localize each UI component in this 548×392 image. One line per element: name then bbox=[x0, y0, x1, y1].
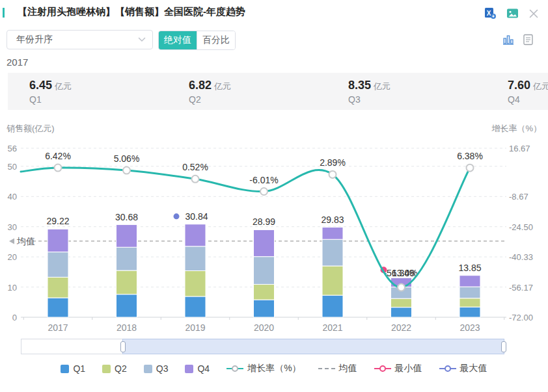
legend-swatch bbox=[144, 365, 152, 373]
x-axis-category-label: 2019 bbox=[185, 322, 205, 333]
slider-unselected-range[interactable] bbox=[21, 339, 122, 354]
growth-label: 6.38% bbox=[457, 151, 483, 161]
percentage-button[interactable]: 百分比 bbox=[197, 31, 235, 49]
legend-item-最大值[interactable]: 最大值 bbox=[439, 363, 487, 374]
bar-total-label: 30.84 bbox=[185, 211, 208, 222]
legend-item-最小值[interactable]: 最小值 bbox=[374, 363, 422, 374]
bar-segment-Q2[interactable] bbox=[254, 284, 275, 300]
growth-point-2022[interactable] bbox=[398, 284, 405, 291]
legend-label: Q3 bbox=[156, 363, 169, 374]
bar-2023[interactable] bbox=[459, 276, 480, 317]
bar-segment-Q3[interactable] bbox=[48, 252, 68, 278]
bar-2021[interactable] bbox=[322, 228, 343, 317]
bar-segment-Q3[interactable] bbox=[254, 257, 275, 285]
legend-item-增长率（%）[interactable]: 增长率（%） bbox=[226, 363, 301, 374]
legend-swatch bbox=[102, 365, 111, 373]
absolute-value-button[interactable]: 绝对值 bbox=[159, 31, 197, 49]
growth-label: 2.89% bbox=[320, 157, 346, 168]
image-export-icon[interactable] bbox=[506, 7, 519, 20]
legend-item-Q1[interactable]: Q1 bbox=[61, 363, 85, 374]
bar-segment-Q2[interactable] bbox=[322, 266, 343, 295]
legend-swatch bbox=[185, 365, 193, 373]
growth-point-2019[interactable] bbox=[192, 176, 199, 183]
legend-label: Q1 bbox=[73, 363, 85, 374]
bar-2018[interactable] bbox=[116, 225, 137, 317]
left-axis-tick: 10 bbox=[8, 283, 17, 293]
left-axis-tick: 56 bbox=[8, 144, 17, 153]
bar-segment-Q2[interactable] bbox=[459, 298, 480, 307]
bar-segment-Q1[interactable] bbox=[459, 307, 480, 317]
bar-segment-Q4[interactable] bbox=[116, 225, 137, 248]
sort-dropdown-value: 年份升序 bbox=[16, 34, 53, 46]
growth-point-2023[interactable] bbox=[467, 164, 474, 172]
report-view-icon[interactable] bbox=[523, 34, 534, 46]
right-axis-tick: -56.17 bbox=[509, 283, 533, 293]
left-axis-tick: 20 bbox=[8, 252, 17, 262]
legend-swatch bbox=[439, 365, 456, 372]
left-axis-tick: 0 bbox=[12, 313, 17, 322]
bar-segment-Q1[interactable] bbox=[254, 300, 275, 317]
mean-label: 均值 bbox=[16, 236, 35, 246]
x-axis-category-label: 2021 bbox=[322, 322, 342, 333]
bar-total-label: 13.08 bbox=[392, 268, 415, 278]
bar-total-label: 29.22 bbox=[46, 216, 69, 226]
quarter-summary-q4: 7.60亿元 Q4 bbox=[508, 79, 548, 105]
right-axis-tick: -24.50 bbox=[509, 222, 533, 232]
growth-point-2018[interactable] bbox=[123, 167, 130, 174]
bar-total-label: 13.85 bbox=[458, 263, 481, 273]
bar-segment-Q2[interactable] bbox=[48, 277, 68, 298]
bar-segment-Q1[interactable] bbox=[116, 294, 137, 317]
trend-chart[interactable]: 565040302010016.67-8.67-24.50-40.33-56.1… bbox=[0, 120, 548, 338]
bar-segment-Q2[interactable] bbox=[185, 270, 206, 296]
legend-item-Q3[interactable]: Q3 bbox=[144, 363, 169, 374]
growth-point-2021[interactable] bbox=[329, 171, 336, 178]
bar-segment-Q1[interactable] bbox=[391, 307, 412, 317]
bar-segment-Q4[interactable] bbox=[185, 224, 206, 246]
x-axis-category-label: 2017 bbox=[48, 322, 68, 333]
bar-2019[interactable] bbox=[185, 224, 206, 317]
bar-2020[interactable] bbox=[254, 229, 275, 317]
value-mode-toggle: 绝对值 百分比 bbox=[158, 31, 236, 50]
bar-chart-view-icon[interactable] bbox=[502, 34, 514, 46]
bar-segment-Q4[interactable] bbox=[254, 229, 275, 256]
x-axis-category-label: 2022 bbox=[391, 322, 411, 333]
bar-total-label: 29.83 bbox=[321, 215, 344, 225]
bar-segment-Q1[interactable] bbox=[322, 295, 343, 317]
growth-label: 0.52% bbox=[182, 162, 208, 172]
bar-segment-Q2[interactable] bbox=[116, 270, 137, 294]
left-axis-tick: 40 bbox=[8, 192, 17, 202]
slider-handle-left[interactable] bbox=[120, 341, 126, 352]
bar-2017[interactable] bbox=[48, 229, 68, 317]
bar-segment-Q3[interactable] bbox=[459, 287, 480, 298]
bar-segment-Q3[interactable] bbox=[185, 246, 206, 271]
excel-export-icon[interactable]: X bbox=[484, 7, 497, 20]
quarter-summary-q3: 8.35亿元 Q3 bbox=[348, 79, 390, 105]
growth-point-2020[interactable] bbox=[260, 188, 267, 195]
title-accent-bar bbox=[3, 8, 5, 18]
growth-label: 5.06% bbox=[114, 153, 140, 164]
legend-item-Q4[interactable]: Q4 bbox=[185, 363, 210, 374]
bar-segment-Q3[interactable] bbox=[116, 247, 137, 270]
bar-segment-Q1[interactable] bbox=[185, 296, 206, 317]
left-axis-tick: 30 bbox=[8, 222, 17, 232]
max-value-dot bbox=[174, 213, 180, 219]
slider-selected-range[interactable] bbox=[122, 339, 504, 354]
bar-segment-Q2[interactable] bbox=[391, 298, 412, 307]
bar-segment-Q3[interactable] bbox=[322, 239, 343, 266]
legend-swatch bbox=[226, 365, 243, 372]
close-icon[interactable] bbox=[528, 8, 539, 19]
sort-dropdown[interactable]: 年份升序 bbox=[7, 30, 153, 49]
bar-segment-Q1[interactable] bbox=[48, 298, 68, 317]
growth-label: -6.01% bbox=[249, 175, 278, 185]
bar-segment-Q4[interactable] bbox=[322, 228, 343, 240]
growth-point-2017[interactable] bbox=[55, 164, 62, 172]
legend-item-均值[interactable]: 均值 bbox=[318, 363, 357, 374]
summary-year: 2017 bbox=[7, 57, 28, 68]
legend-item-Q2[interactable]: Q2 bbox=[102, 363, 127, 374]
svg-text:X: X bbox=[487, 10, 491, 17]
bar-segment-Q4[interactable] bbox=[48, 229, 68, 252]
slider-handle-right[interactable] bbox=[501, 341, 506, 352]
bar-segment-Q4[interactable] bbox=[459, 276, 480, 287]
data-zoom-slider[interactable] bbox=[21, 339, 504, 354]
mean-arrow-icon bbox=[9, 238, 14, 244]
